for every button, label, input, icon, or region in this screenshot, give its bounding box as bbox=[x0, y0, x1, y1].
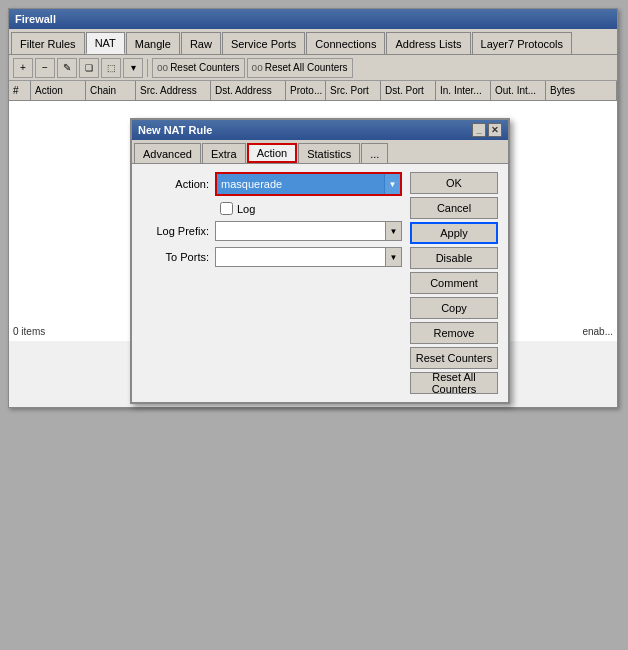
col-dst-port: Dst. Port bbox=[381, 81, 436, 100]
firewall-title-bar: Firewall bbox=[9, 9, 617, 29]
reset-counters-button[interactable]: oo Reset Counters bbox=[152, 58, 245, 78]
col-proto: Proto... bbox=[286, 81, 326, 100]
remove-button[interactable]: − bbox=[35, 58, 55, 78]
tab-address-lists[interactable]: Address Lists bbox=[386, 32, 470, 54]
log-prefix-control: ▼ bbox=[215, 221, 402, 241]
to-ports-dropdown-btn[interactable]: ▼ bbox=[386, 247, 402, 267]
filter-button[interactable]: ▾ bbox=[123, 58, 143, 78]
col-dst-address: Dst. Address bbox=[211, 81, 286, 100]
minimize-button[interactable]: _ bbox=[472, 123, 486, 137]
dialog-tab-extra[interactable]: Extra bbox=[202, 143, 246, 163]
items-count: 0 items bbox=[13, 326, 45, 337]
tab-raw[interactable]: Raw bbox=[181, 32, 221, 54]
tab-mangle[interactable]: Mangle bbox=[126, 32, 180, 54]
col-src-address: Src. Address bbox=[136, 81, 211, 100]
nat-dialog-title: New NAT Rule bbox=[138, 124, 212, 136]
ok-button[interactable]: OK bbox=[410, 172, 498, 194]
tab-layer7[interactable]: Layer7 Protocols bbox=[472, 32, 573, 54]
to-ports-row: To Ports: ▼ bbox=[140, 247, 402, 267]
toolbar-separator bbox=[147, 59, 148, 77]
to-ports-label: To Ports: bbox=[140, 251, 215, 263]
copy-dialog-button[interactable]: Copy bbox=[410, 297, 498, 319]
copy-button[interactable]: ❏ bbox=[79, 58, 99, 78]
apply-button[interactable]: Apply bbox=[410, 222, 498, 244]
action-row: Action: masquerade accept drop dst-nat s… bbox=[140, 172, 402, 196]
comment-button[interactable]: Comment bbox=[410, 272, 498, 294]
log-prefix-input[interactable] bbox=[215, 221, 386, 241]
dialog-form: Action: masquerade accept drop dst-nat s… bbox=[140, 172, 402, 394]
log-checkbox[interactable] bbox=[220, 202, 233, 215]
reset-counters-dialog-button[interactable]: Reset Counters bbox=[410, 347, 498, 369]
log-prefix-dropdown-btn[interactable]: ▼ bbox=[386, 221, 402, 241]
remove-button[interactable]: Remove bbox=[410, 322, 498, 344]
action-select-wrapper: masquerade accept drop dst-nat src-nat r… bbox=[215, 172, 402, 196]
action-select[interactable]: masquerade accept drop dst-nat src-nat r… bbox=[217, 174, 400, 194]
tab-filter-rules[interactable]: Filter Rules bbox=[11, 32, 85, 54]
col-bytes: Bytes bbox=[546, 81, 617, 100]
dialog-tab-advanced[interactable]: Advanced bbox=[134, 143, 201, 163]
table-header: # Action Chain Src. Address Dst. Address… bbox=[9, 81, 617, 101]
log-prefix-row: Log Prefix: ▼ bbox=[140, 221, 402, 241]
nat-dialog: New NAT Rule _ ✕ Advanced Extra Action S… bbox=[130, 118, 510, 404]
log-prefix-label: Log Prefix: bbox=[140, 225, 215, 237]
reset-all-counters-dialog-button[interactable]: Reset All Counters bbox=[410, 372, 498, 394]
cancel-button[interactable]: Cancel bbox=[410, 197, 498, 219]
edit-button[interactable]: ✎ bbox=[57, 58, 77, 78]
dialog-tab-action[interactable]: Action bbox=[247, 143, 298, 163]
disable-button[interactable]: Disable bbox=[410, 247, 498, 269]
dialog-tab-statistics[interactable]: Statistics bbox=[298, 143, 360, 163]
close-button[interactable]: ✕ bbox=[488, 123, 502, 137]
col-out-int: Out. Int... bbox=[491, 81, 546, 100]
dialog-buttons: OK Cancel Apply Disable Comment Copy Rem… bbox=[410, 172, 500, 394]
col-in-inter: In. Inter... bbox=[436, 81, 491, 100]
main-tab-bar: Filter Rules NAT Mangle Raw Service Port… bbox=[9, 29, 617, 55]
dialog-content: Action: masquerade accept drop dst-nat s… bbox=[132, 164, 508, 402]
action-label: Action: bbox=[140, 178, 215, 190]
col-src-port: Src. Port bbox=[326, 81, 381, 100]
log-label: Log bbox=[237, 203, 255, 215]
col-hash: # bbox=[9, 81, 31, 100]
to-ports-input[interactable] bbox=[215, 247, 386, 267]
tab-connections[interactable]: Connections bbox=[306, 32, 385, 54]
col-action: Action bbox=[31, 81, 86, 100]
log-row: Log bbox=[140, 202, 402, 215]
tab-service-ports[interactable]: Service Ports bbox=[222, 32, 305, 54]
reset-all-counters-button[interactable]: oo Reset All Counters bbox=[247, 58, 353, 78]
nat-title-bar: New NAT Rule _ ✕ bbox=[132, 120, 508, 140]
paste-button[interactable]: ⬚ bbox=[101, 58, 121, 78]
enable-label: enab... bbox=[582, 326, 613, 337]
dialog-tab-more[interactable]: ... bbox=[361, 143, 388, 163]
nat-title-controls: _ ✕ bbox=[472, 123, 502, 137]
firewall-title: Firewall bbox=[15, 13, 56, 25]
dialog-tab-bar: Advanced Extra Action Statistics ... bbox=[132, 140, 508, 164]
main-toolbar: + − ✎ ❏ ⬚ ▾ oo Reset Counters oo Reset A… bbox=[9, 55, 617, 81]
add-button[interactable]: + bbox=[13, 58, 33, 78]
tab-nat[interactable]: NAT bbox=[86, 32, 125, 54]
col-chain: Chain bbox=[86, 81, 136, 100]
